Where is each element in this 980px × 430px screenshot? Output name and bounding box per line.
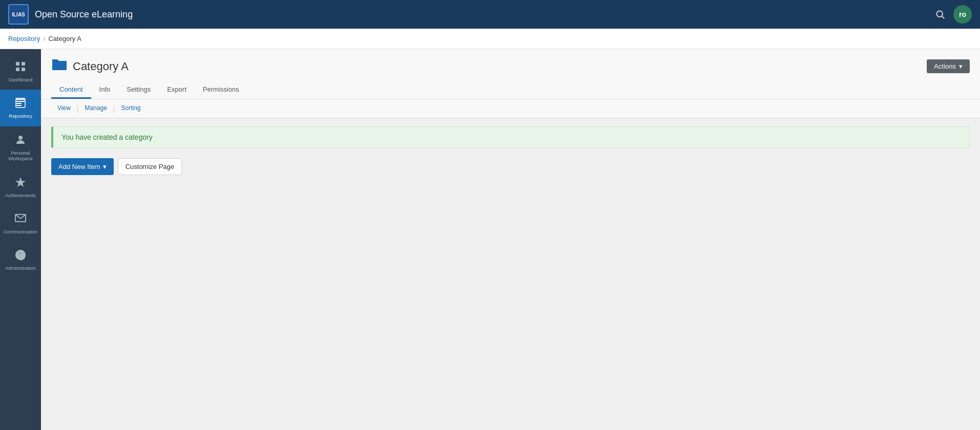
breadcrumb: Repository › Category A (0, 29, 980, 49)
svg-rect-4 (16, 68, 19, 71)
tab-settings[interactable]: Settings (118, 81, 159, 99)
svg-point-0 (936, 11, 943, 17)
app-title: Open Source eLearning (35, 9, 133, 20)
communication-icon (14, 212, 27, 227)
svg-rect-3 (22, 62, 25, 66)
breadcrumb-separator: › (43, 35, 45, 42)
content-area: Category A Actions ▾ Content Info Settin… (41, 49, 980, 430)
tabs-row: Content Info Settings Export Permissions (51, 81, 970, 99)
sidebar-item-administration[interactable]: Administration (0, 242, 41, 278)
sidebar-item-achievements[interactable]: Achievements (0, 169, 41, 205)
svg-rect-5 (22, 68, 25, 71)
success-alert: You have created a category (51, 126, 970, 148)
add-new-item-button[interactable]: Add New Item ▾ (51, 158, 114, 175)
repository-icon (14, 97, 27, 111)
actions-label: Actions (934, 62, 956, 70)
category-folder-icon (51, 57, 68, 75)
sidebar-label-communication: Communication (4, 229, 37, 234)
search-button[interactable] (935, 9, 945, 19)
ilias-logo: ILIAS (8, 4, 29, 25)
sidebar-item-personal-workspace[interactable]: Personal Workspace (0, 126, 41, 169)
administration-icon (14, 249, 27, 263)
tab-content[interactable]: Content (51, 81, 91, 99)
logo-area: ILIAS Open Source eLearning (8, 4, 133, 25)
customize-page-label: Customize Page (126, 163, 174, 170)
svg-line-9 (15, 214, 20, 219)
page-title: Category A (73, 60, 129, 73)
alert-message: You have created a category (61, 133, 153, 141)
sub-nav-sorting[interactable]: Sorting (115, 102, 147, 115)
actions-button[interactable]: Actions ▾ (927, 59, 970, 73)
main-layout: Dashboard Repository Personal Workspace (0, 49, 980, 430)
search-icon (935, 9, 945, 19)
customize-page-button[interactable]: Customize Page (118, 158, 182, 175)
button-row: Add New Item ▾ Customize Page (51, 158, 970, 175)
sidebar-item-dashboard[interactable]: Dashboard (0, 53, 41, 90)
actions-dropdown-icon: ▾ (959, 62, 963, 70)
svg-line-1 (942, 16, 945, 19)
breadcrumb-repository[interactable]: Repository (8, 35, 40, 42)
tab-info[interactable]: Info (91, 81, 119, 99)
logo-text: ILIAS (12, 12, 25, 17)
dashboard-icon (14, 60, 27, 75)
tab-permissions[interactable]: Permissions (195, 81, 247, 99)
sidebar-item-repository[interactable]: Repository (0, 90, 41, 126)
tab-export[interactable]: Export (159, 81, 195, 99)
sub-nav-manage[interactable]: Manage (78, 102, 113, 115)
sidebar-label-achievements: Achievements (5, 192, 36, 198)
header-right: ro (935, 5, 972, 24)
user-initials: ro (959, 10, 966, 18)
svg-line-10 (20, 214, 26, 219)
breadcrumb-current: Category A (48, 35, 81, 42)
page-title-row: Category A Actions ▾ (51, 57, 970, 75)
sidebar-label-workspace: Personal Workspace (2, 150, 39, 162)
svg-rect-2 (16, 62, 19, 66)
sidebar-item-communication[interactable]: Communication (0, 205, 41, 242)
page-title-left: Category A (51, 57, 129, 75)
svg-point-7 (18, 136, 23, 140)
sidebar-label-administration: Administration (5, 265, 36, 271)
add-new-item-dropdown-icon: ▾ (103, 163, 107, 170)
page-header: Category A Actions ▾ Content Info Settin… (41, 49, 980, 99)
content-body: You have created a category Add New Item… (41, 118, 980, 430)
workspace-icon (14, 134, 27, 148)
sidebar: Dashboard Repository Personal Workspace (0, 49, 41, 430)
achievements-icon (14, 176, 27, 190)
top-header: ILIAS Open Source eLearning ro (0, 0, 980, 29)
sub-nav-view[interactable]: View (51, 102, 77, 115)
sidebar-label-repository: Repository (9, 113, 32, 119)
user-avatar[interactable]: ro (953, 5, 972, 24)
sub-nav: View | Manage | Sorting (41, 99, 980, 118)
add-new-item-label: Add New Item (58, 163, 100, 170)
sidebar-label-dashboard: Dashboard (9, 77, 32, 82)
